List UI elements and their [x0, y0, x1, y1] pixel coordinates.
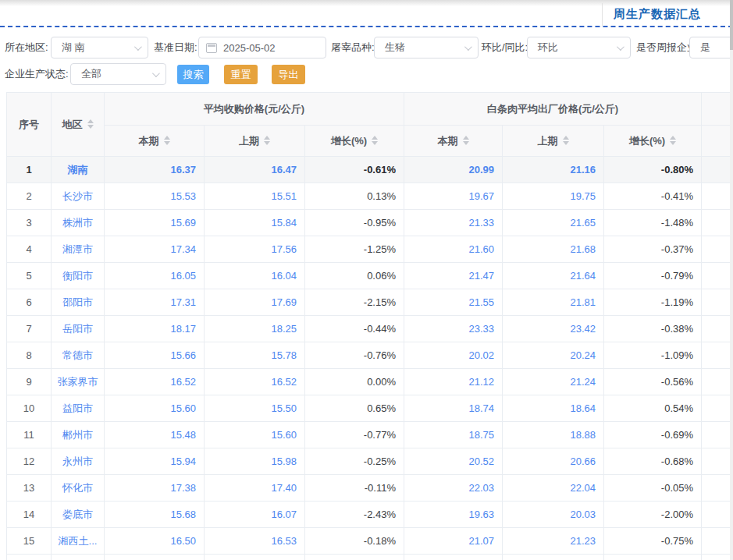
chevron-down-icon — [617, 43, 624, 51]
sort-icon[interactable] — [463, 136, 469, 145]
region-link[interactable]: 湘西土... — [59, 535, 98, 547]
col-header-factory-growth-label: 增长(%) — [629, 135, 665, 147]
overflow-cell — [702, 422, 733, 448]
factory-current-cell: 18.74 — [404, 395, 503, 422]
region-link[interactable]: 邵阳市 — [62, 296, 93, 308]
group-header-factory-price: 白条肉平均出厂价格(元/公斤) — [404, 93, 702, 126]
region-cell: 常德市 — [52, 342, 105, 369]
export-button[interactable]: 导出 — [272, 65, 305, 84]
compare-select-value: 环比 — [538, 41, 558, 55]
reset-button[interactable]: 重置 — [224, 65, 258, 84]
factory-current-cell: 21.60 — [404, 236, 503, 263]
sort-icon[interactable] — [164, 136, 170, 145]
table-row: 8常德市15.6615.78-0.76%20.0220.24-1.09% — [7, 342, 733, 369]
region-link[interactable]: 怀化市 — [62, 482, 93, 494]
purchase-previous-cell: 15.60 — [205, 422, 305, 448]
sort-icon[interactable] — [87, 119, 94, 129]
empty-cell — [305, 555, 404, 560]
seq-cell: 11 — [7, 422, 52, 448]
factory-previous-cell: 23.42 — [503, 316, 604, 342]
col-header-purchase-previous[interactable]: 上期 — [205, 126, 305, 157]
factory-previous-cell: 20.24 — [503, 342, 604, 369]
scrollbar-thumb[interactable] — [730, 0, 733, 50]
col-header-region[interactable]: 地区 — [52, 93, 105, 157]
purchase-previous-cell: 15.84 — [205, 210, 305, 236]
region-link[interactable]: 衡阳市 — [62, 270, 93, 282]
overflow-cell — [702, 157, 733, 183]
region-link[interactable]: 湖南 — [68, 164, 88, 175]
region-link[interactable]: 郴州市 — [62, 429, 93, 441]
region-link[interactable]: 湘潭市 — [62, 243, 93, 255]
factory-growth-cell: -0.05% — [604, 475, 702, 502]
sort-icon[interactable] — [264, 136, 270, 145]
col-header-purchase-previous-label: 上期 — [239, 135, 259, 147]
overflow-cell — [702, 369, 733, 395]
compare-select[interactable]: 环比 — [527, 37, 631, 58]
factory-previous-cell: 19.75 — [503, 183, 604, 210]
table-row: 1湖南16.3716.47-0.61%20.9921.16-0.80% — [7, 157, 733, 183]
purchase-current-cell: 16.37 — [105, 157, 205, 183]
region-cell: 张家界市 — [52, 369, 105, 395]
col-header-factory-growth[interactable]: 增长(%) — [604, 126, 702, 157]
region-link[interactable]: 永州市 — [62, 455, 93, 467]
region-link[interactable]: 岳阳市 — [62, 323, 93, 335]
sort-icon[interactable] — [670, 136, 676, 145]
factory-previous-cell: 18.88 — [503, 422, 604, 448]
search-button[interactable]: 搜索 — [177, 65, 209, 84]
region-link[interactable]: 益阳市 — [62, 402, 93, 414]
seq-cell: 9 — [7, 369, 52, 395]
factory-growth-cell: -0.56% — [604, 369, 702, 395]
region-link[interactable]: 张家界市 — [58, 376, 98, 388]
purchase-growth-cell: 0.13% — [305, 183, 404, 210]
vertical-scrollbar[interactable] — [730, 0, 733, 560]
base-date-input[interactable]: 2025-05-02 — [198, 37, 326, 58]
region-link[interactable]: 长沙市 — [62, 190, 93, 202]
col-header-purchase-current[interactable]: 本期 — [105, 126, 205, 157]
col-header-factory-current[interactable]: 本期 — [404, 126, 503, 157]
region-cell: 郴州市 — [52, 422, 105, 448]
weekly-report-select[interactable]: 是 — [689, 37, 733, 58]
region-link[interactable]: 株洲市 — [62, 217, 93, 229]
prod-status-select[interactable]: 全部 — [70, 63, 166, 85]
table-row: 9张家界市16.5216.520.00%21.1221.24-0.56% — [7, 369, 733, 395]
factory-current-cell: 18.75 — [404, 422, 503, 448]
factory-growth-cell: -1.19% — [604, 289, 702, 316]
factory-growth-cell: -0.79% — [604, 263, 702, 289]
factory-current-cell: 20.99 — [404, 157, 503, 183]
factory-growth-cell: -0.37% — [604, 236, 702, 263]
purchase-current-cell: 18.17 — [105, 316, 205, 342]
overflow-cell — [702, 263, 733, 289]
species-select[interactable]: 生猪 — [374, 37, 479, 58]
factory-previous-cell: 20.03 — [503, 502, 604, 528]
table-row: 5衡阳市16.0516.040.06%21.4721.64-0.79% — [7, 263, 733, 289]
purchase-growth-cell: -0.77% — [305, 422, 404, 448]
purchase-current-cell: 15.68 — [105, 502, 205, 528]
region-select[interactable]: 湖 南 — [51, 37, 148, 58]
factory-previous-cell: 21.68 — [503, 236, 604, 263]
base-date-value: 2025-05-02 — [223, 42, 276, 54]
sort-icon[interactable] — [372, 136, 378, 145]
col-header-factory-previous[interactable]: 上期 — [503, 126, 604, 157]
region-link[interactable]: 娄底市 — [62, 509, 93, 520]
factory-previous-cell: 22.04 — [503, 475, 604, 502]
purchase-growth-cell: 0.00% — [305, 369, 404, 395]
factory-growth-cell: -0.75% — [604, 528, 702, 555]
region-link[interactable]: 常德市 — [62, 349, 93, 361]
summary-table: 序号 地区 平均收购价格(元/公斤) 白条肉平均出厂价格(元/公斤) 本期 上期… — [6, 92, 733, 560]
factory-growth-cell: -0.69% — [604, 422, 702, 448]
col-header-purchase-growth[interactable]: 增长(%) — [305, 126, 404, 157]
factory-previous-cell: 18.64 — [503, 395, 604, 422]
purchase-previous-cell: 18.25 — [205, 316, 305, 342]
factory-growth-cell: -0.68% — [604, 448, 702, 475]
factory-growth-cell: -0.41% — [604, 183, 702, 210]
factory-previous-cell: 21.16 — [503, 157, 604, 183]
table-row: 13怀化市17.3817.40-0.11%22.0322.04-0.05% — [7, 475, 733, 502]
factory-previous-cell: 21.24 — [503, 369, 604, 395]
region-cell: 永州市 — [52, 448, 105, 475]
purchase-growth-cell: -0.18% — [305, 528, 404, 555]
sort-icon[interactable] — [563, 136, 569, 145]
seq-cell: 7 — [7, 316, 52, 342]
factory-growth-cell: -1.09% — [604, 342, 702, 369]
overflow-cell — [702, 395, 733, 422]
table-row: 15湘西土...16.5016.53-0.18%21.0721.23-0.75% — [7, 528, 733, 555]
